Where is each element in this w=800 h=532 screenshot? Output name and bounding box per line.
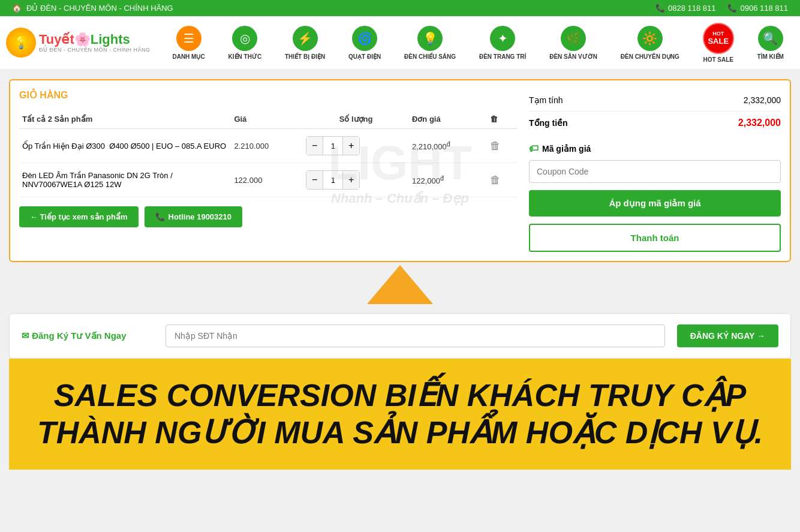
thiet-bi-dien-label: THIẾT BỊ ĐIỆN xyxy=(285,53,325,60)
newsletter-section: ✉ Đăng Ký Tư Vấn Ngay ĐĂNG KÝ NGAY → xyxy=(9,313,791,359)
home-icon: 🏠 xyxy=(12,4,22,13)
qty-input-2[interactable] xyxy=(323,171,343,189)
qty-increase-1[interactable]: + xyxy=(343,137,359,155)
apply-coupon-button[interactable]: Áp dụng mã giảm giá xyxy=(529,190,781,217)
cart-right: Tạm tính 2,332,000 Tổng tiền 2,332,000 🏷… xyxy=(529,89,781,252)
den-san-vuon-icon: 🌿 xyxy=(561,26,586,51)
hotline-button[interactable]: 📞 Hotline 19003210 xyxy=(145,206,243,227)
newsletter-input[interactable] xyxy=(166,324,665,347)
hot-sale-nav-label: HOT SALE xyxy=(703,56,733,63)
col-product-header: Tất cả 2 Sản phẩm xyxy=(19,110,231,129)
den-chuyen-dung-label: ĐÈN CHUYÊN DỤNG xyxy=(621,53,679,60)
tim-kiem-label: TÌM KIẾM xyxy=(757,53,784,60)
nav-item-den-trang-tri[interactable]: ✦ ĐÈN TRANG TRÍ xyxy=(474,23,531,63)
qty-input-1[interactable] xyxy=(323,137,343,155)
table-row: Ốp Trần Hiện Đại Ø300 Ø400 Ø500 | EUO – … xyxy=(19,129,517,163)
nav-item-kien-thuc[interactable]: ◎ KIẾN THỨC xyxy=(224,23,267,63)
nav-item-hot-sale[interactable]: HOT SALE HOT SALE xyxy=(698,20,739,66)
sale-label: SALE xyxy=(708,37,729,46)
top-bar-right: 📞 0828 118 811 📞 0906 118 811 xyxy=(655,4,788,13)
nav-item-danh-muc[interactable]: ☰ DANH MỤC xyxy=(167,23,209,63)
product-price-1: 2.210.000 xyxy=(231,129,303,163)
thiet-bi-dien-icon: ⚡ xyxy=(293,26,318,51)
register-button[interactable]: ĐĂNG KÝ NGAY → xyxy=(677,324,778,347)
nav-item-den-san-vuon[interactable]: 🌿 ĐÈN SÂN VƯỜN xyxy=(545,23,602,63)
banner-text: SALES CONVERSION BIẾN KHÁCH TRUY CẬP THÀ… xyxy=(21,377,779,452)
phone1-icon: 📞 xyxy=(655,4,665,13)
product-price-2: 122.000 xyxy=(231,163,303,197)
tong-tien-label: Tổng tiền xyxy=(529,118,568,128)
coupon-label: 🏷 Mã giảm giá xyxy=(529,143,781,154)
hot-sale-circle: HOT SALE xyxy=(703,23,734,54)
coupon-label-text: Mã giảm giá xyxy=(542,144,591,154)
qty-decrease-1[interactable]: − xyxy=(306,137,323,155)
delete-btn-1[interactable]: 🗑 xyxy=(490,140,501,152)
den-san-vuon-label: ĐÈN SÂN VƯỜN xyxy=(549,53,597,60)
phone2-number: 0906 118 811 xyxy=(740,4,788,13)
logo-image: 💡 Tuyết🌸Lights ĐỦ ĐÈN - CHUYÊN MÔN - CHÍ… xyxy=(6,28,151,58)
den-chuyen-dung-icon: 🔆 xyxy=(637,26,663,51)
tam-tinh-value: 2,332,000 xyxy=(744,95,781,105)
kien-thuc-label: KIẾN THỨC xyxy=(228,53,262,60)
banner-line2: THÀNH NGƯỜI MUA SẢN PHẨM HOẶC DỊCH VỤ. xyxy=(21,414,779,451)
tong-tien-value: 2,332,000 xyxy=(738,118,781,128)
product-total-2: 122,000đ xyxy=(409,163,488,197)
cart-title: GIỎ HÀNG xyxy=(19,89,517,101)
den-chieu-sang-icon: 💡 xyxy=(417,26,443,51)
danh-muc-label: DANH MỤC xyxy=(172,53,204,60)
danh-muc-icon: ☰ xyxy=(176,26,201,51)
col-qty-header: Số lượng xyxy=(303,110,409,129)
nav-bar: 💡 Tuyết🌸Lights ĐỦ ĐÈN - CHUYÊN MÔN - CHÍ… xyxy=(0,16,800,70)
top-bar: 🏠 ĐỦ ĐÈN - CHUYÊN MÔN - CHÍNH HÃNG 📞 082… xyxy=(0,0,800,16)
logo-subtitle: ĐỦ ĐÈN - CHUYÊN MÔN - CHÍNH HÃNG xyxy=(39,47,151,53)
checkout-button[interactable]: Thanh toán xyxy=(529,224,781,252)
kien-thuc-icon: ◎ xyxy=(232,26,257,51)
continue-shopping-button[interactable]: ← Tiếp tục xem sản phẩm xyxy=(19,206,139,227)
col-price-header: Giá xyxy=(231,110,303,129)
nav-item-den-chieu-sang[interactable]: 💡 ĐÈN CHIẾU SÁNG xyxy=(399,23,461,63)
den-trang-tri-label: ĐÈN TRANG TRÍ xyxy=(479,53,526,60)
quat-dien-label: QUẠT ĐIỆN xyxy=(348,53,381,60)
logo[interactable]: 💡 Tuyết🌸Lights ĐỦ ĐÈN - CHUYÊN MÔN - CHÍ… xyxy=(6,28,151,58)
main-content: LIGHT Nhanh – Chuẩn – Đẹp GIỎ HÀNG Tất c… xyxy=(0,70,800,479)
banner-line1: SALES CONVERSION BIẾN KHÁCH TRUY CẬP xyxy=(21,377,779,414)
product-qty-2: − + xyxy=(303,163,409,197)
phone1-number: 0828 118 811 xyxy=(668,4,716,13)
cart-actions: ← Tiếp tục xem sản phẩm 📞 Hotline 190032… xyxy=(19,206,517,227)
coupon-section: 🏷 Mã giảm giá Áp dụng mã giảm giá Thanh … xyxy=(529,143,781,252)
qty-control-2: − + xyxy=(306,170,360,190)
phone-icon: 📞 xyxy=(155,212,165,221)
phone1-item[interactable]: 📞 0828 118 811 xyxy=(655,4,716,13)
nav-item-thiet-bi-dien[interactable]: ⚡ THIẾT BỊ ĐIỆN xyxy=(280,23,330,63)
qty-increase-2[interactable]: + xyxy=(343,171,359,189)
phone2-item[interactable]: 📞 0906 118 811 xyxy=(727,4,788,13)
tam-tinh-label: Tạm tính xyxy=(529,95,563,105)
den-chieu-sang-label: ĐÈN CHIẾU SÁNG xyxy=(404,53,456,60)
hot-label: HOT xyxy=(712,31,724,37)
tag-icon: 🏷 xyxy=(529,143,539,154)
product-name-2: Đèn LED Âm Trần Panasonic DN 2G Tròn / N… xyxy=(19,163,231,197)
quat-dien-icon: 🌀 xyxy=(352,26,377,51)
coupon-input[interactable] xyxy=(529,160,781,183)
nav-item-quat-dien[interactable]: 🌀 QUẠT ĐIỆN xyxy=(344,23,386,63)
product-qty-1: − + xyxy=(303,129,409,163)
den-trang-tri-icon: ✦ xyxy=(490,26,515,51)
tim-kiem-icon: 🔍 xyxy=(758,26,783,51)
arrow-container xyxy=(9,265,791,304)
cart-left: GIỎ HÀNG Tất cả 2 Sản phẩm Giá Số lượng … xyxy=(19,89,517,252)
col-delete-header: 🗑 xyxy=(487,110,517,129)
delete-btn-2[interactable]: 🗑 xyxy=(490,174,501,187)
product-total-1: 2,210,000đ xyxy=(409,129,488,163)
qty-control-1: − + xyxy=(306,136,360,155)
cart-table: Tất cả 2 Sản phẩm Giá Số lượng Đơn giá 🗑… xyxy=(19,110,517,197)
nav-item-tim-kiem[interactable]: 🔍 TÌM KIẾM xyxy=(753,23,789,63)
newsletter-label: ✉ Đăng Ký Tư Vấn Ngay xyxy=(22,330,154,341)
cart-section: LIGHT Nhanh – Chuẩn – Đẹp GIỎ HÀNG Tất c… xyxy=(9,79,791,262)
arrow-up-icon xyxy=(367,265,433,304)
nav-item-den-chuyen-dung[interactable]: 🔆 ĐÈN CHUYÊN DỤNG xyxy=(616,23,684,63)
qty-decrease-2[interactable]: − xyxy=(306,171,323,189)
col-total-header: Đơn giá xyxy=(409,110,488,129)
product-name-1: Ốp Trần Hiện Đại Ø300 Ø400 Ø500 | EUO – … xyxy=(19,129,231,163)
top-bar-left: 🏠 ĐỦ ĐÈN - CHUYÊN MÔN - CHÍNH HÃNG xyxy=(12,4,173,13)
phone2-icon: 📞 xyxy=(727,4,737,13)
